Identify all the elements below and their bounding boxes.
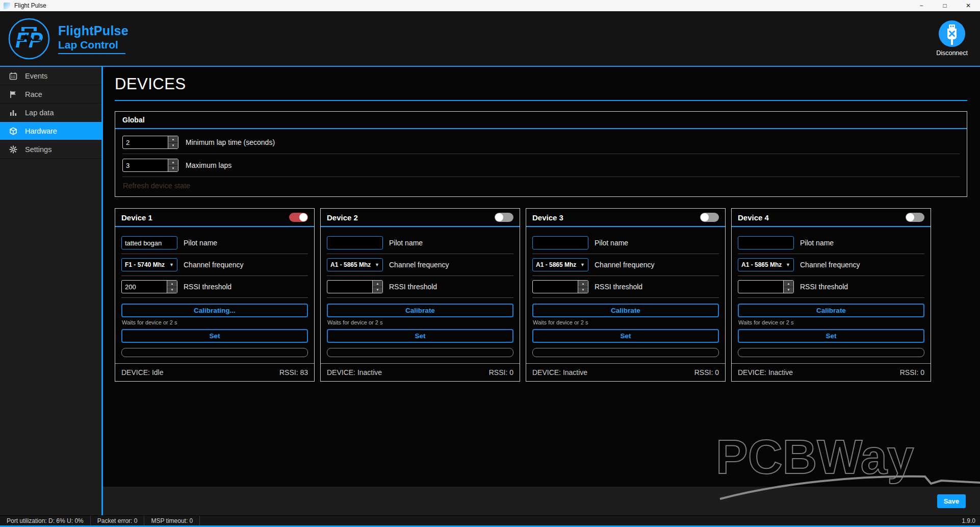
device-4-rssi-stepper[interactable]: ▲ ▼ — [738, 280, 794, 293]
device-1-calibrate-button[interactable]: Calibrating... — [121, 304, 308, 317]
bottom-strip: Save — [103, 487, 980, 515]
usb-disconnect-icon — [939, 20, 965, 47]
device-1-rssi-stepper[interactable]: ▲ ▼ — [121, 280, 177, 293]
brand-logo: FP FlightPulse Lap Control — [7, 17, 128, 61]
package-icon — [9, 127, 17, 135]
device-4-calibrate-button[interactable]: Calibrate — [738, 304, 924, 317]
device-2-wait-text: Waits for device or 2 s — [327, 319, 513, 325]
flag-icon — [9, 90, 17, 98]
spinner-up-icon[interactable]: ▲ — [578, 281, 588, 287]
sidebar-item-lap-data[interactable]: Lap data — [0, 104, 101, 122]
max-laps-input[interactable] — [123, 159, 168, 171]
refresh-device-state-button[interactable]: Refresh device state — [122, 177, 960, 195]
device-2-channel-select[interactable]: A1 - 5865 Mhz ▼ — [327, 258, 383, 271]
sidebar-item-label: Hardware — [25, 127, 57, 135]
rssi-threshold-label: RSSI threshold — [800, 283, 848, 291]
spinner-down-icon[interactable]: ▼ — [373, 287, 382, 293]
device-4-rssi-input[interactable] — [738, 281, 783, 293]
maximize-button[interactable]: □ — [933, 0, 957, 11]
save-button[interactable]: Save — [937, 494, 966, 508]
chevron-down-icon: ▼ — [786, 262, 790, 267]
device-4-title: Device 4 — [738, 213, 769, 222]
chevron-down-icon: ▼ — [580, 262, 585, 267]
max-laps-row: ▲ ▼ Maximum laps — [122, 154, 960, 177]
pilot-name-label: Pilot name — [184, 239, 217, 247]
device-3-rssi-input[interactable] — [533, 281, 578, 293]
device-4-set-button[interactable]: Set — [738, 329, 924, 343]
device-3-title: Device 3 — [532, 213, 563, 222]
device-4-channel-select[interactable]: A1 - 5865 Mhz ▼ — [738, 258, 794, 271]
sidebar-item-events[interactable]: Events — [0, 67, 101, 85]
device-2-enable-toggle[interactable] — [495, 213, 513, 222]
device-1-title: Device 1 — [121, 213, 152, 222]
device-1-enable-toggle[interactable] — [289, 213, 308, 222]
spinner-down-icon[interactable]: ▼ — [168, 166, 178, 172]
titlebar: Flight Pulse − □ ✕ — [0, 0, 980, 11]
global-section: Global ▲ ▼ Minimum lap time (seconds) — [115, 111, 967, 197]
sidebar-item-hardware[interactable]: Hardware — [0, 122, 101, 140]
gear-icon — [9, 145, 17, 154]
device-1-channel-select[interactable]: F1 - 5740 Mhz ▼ — [121, 258, 177, 271]
sidebar-item-label: Race — [25, 90, 42, 98]
spinner-up-icon[interactable]: ▲ — [373, 281, 382, 287]
device-3-panel: Device 3 Pilot name A1 - 5865 Mhz ▼ — [526, 208, 726, 382]
device-2-rssi-stepper[interactable]: ▲ ▼ — [327, 280, 383, 293]
sidebar-item-label: Lap data — [25, 109, 54, 117]
disconnect-label: Disconnect — [936, 49, 968, 57]
device-1-set-button[interactable]: Set — [121, 329, 308, 343]
device-4-panel: Device 4 Pilot name A1 - 5865 Mhz ▼ — [731, 208, 931, 382]
device-3-status: DEVICE: Inactive — [532, 368, 587, 377]
device-2-pilot-name-input[interactable] — [327, 236, 383, 249]
close-button[interactable]: ✕ — [957, 0, 980, 11]
spinner-down-icon[interactable]: ▼ — [784, 287, 793, 293]
chevron-down-icon: ▼ — [375, 262, 379, 267]
device-1-pilot-name-input[interactable] — [121, 236, 177, 249]
device-3-rssi-stepper[interactable]: ▲ ▼ — [532, 280, 588, 293]
min-lap-time-stepper[interactable]: ▲ ▼ — [122, 136, 178, 149]
device-3-set-button[interactable]: Set — [532, 329, 719, 343]
device-2-status: DEVICE: Inactive — [327, 368, 382, 377]
min-lap-time-input[interactable] — [123, 136, 168, 148]
global-section-title: Global — [115, 112, 967, 129]
msp-timeout-status: MSP timeout: 0 — [144, 516, 200, 525]
page-title: DEVICES — [115, 75, 967, 101]
flightpulse-logo-icon: FP — [7, 17, 51, 61]
device-1-panel: Device 1 Pilot name F1 - 5740 Mhz ▼ — [115, 208, 315, 382]
device-3-calibrate-button[interactable]: Calibrate — [532, 304, 719, 317]
status-bar: Port utilization: D: 6% U: 0% Packet err… — [0, 515, 980, 525]
device-1-status: DEVICE: Idle — [121, 368, 163, 377]
device-2-title: Device 2 — [327, 213, 358, 222]
sidebar-item-race[interactable]: Race — [0, 85, 101, 104]
minimize-button[interactable]: − — [910, 0, 933, 11]
spinner-down-icon[interactable]: ▼ — [168, 143, 178, 149]
spinner-up-icon[interactable]: ▲ — [168, 136, 178, 143]
spinner-down-icon[interactable]: ▼ — [167, 287, 177, 293]
max-laps-label: Maximum laps — [186, 161, 231, 169]
device-3-enable-toggle[interactable] — [700, 213, 719, 222]
device-1-rssi-input[interactable] — [122, 281, 167, 293]
spinner-up-icon[interactable]: ▲ — [167, 281, 177, 287]
channel-frequency-label: Channel frequency — [800, 261, 860, 269]
device-1-wait-text: Waits for device or 2 s — [122, 319, 308, 325]
brand-line1: FlightPulse — [58, 23, 128, 38]
spinner-down-icon[interactable]: ▼ — [578, 287, 588, 293]
device-2-rssi-value: RSSI: 0 — [489, 368, 513, 377]
sidebar: Events Race Lap data Hardware — [0, 67, 103, 515]
sidebar-item-settings[interactable]: Settings — [0, 140, 101, 159]
device-4-enable-toggle[interactable] — [906, 213, 924, 222]
window-controls: − □ ✕ — [910, 0, 980, 11]
device-3-pilot-name-input[interactable] — [532, 236, 588, 249]
device-4-pilot-name-input[interactable] — [738, 236, 794, 249]
disconnect-button[interactable]: Disconnect — [936, 20, 968, 57]
sidebar-item-label: Events — [25, 72, 47, 80]
device-3-channel-select[interactable]: A1 - 5865 Mhz ▼ — [532, 258, 588, 271]
device-2-set-button[interactable]: Set — [327, 329, 513, 343]
device-2-rssi-input[interactable] — [327, 281, 372, 293]
channel-frequency-label: Channel frequency — [184, 261, 244, 269]
calendar-icon — [9, 72, 17, 80]
device-2-calibrate-button[interactable]: Calibrate — [327, 304, 513, 317]
max-laps-stepper[interactable]: ▲ ▼ — [122, 159, 178, 172]
spinner-up-icon[interactable]: ▲ — [168, 159, 178, 166]
pilot-name-label: Pilot name — [595, 239, 628, 247]
spinner-up-icon[interactable]: ▲ — [784, 281, 793, 287]
